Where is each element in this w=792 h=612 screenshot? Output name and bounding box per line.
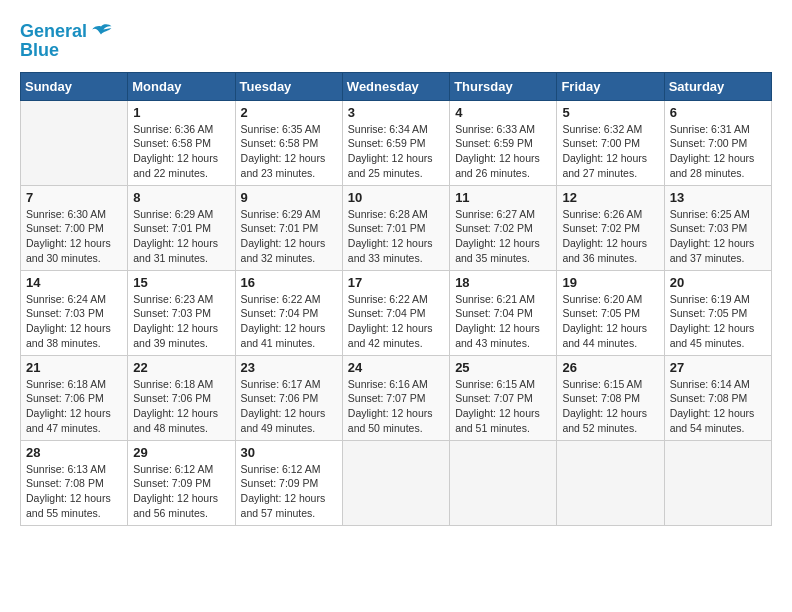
column-header-monday: Monday: [128, 72, 235, 100]
day-info: Sunrise: 6:31 AM Sunset: 7:00 PM Dayligh…: [670, 122, 766, 181]
day-info: Sunrise: 6:23 AM Sunset: 7:03 PM Dayligh…: [133, 292, 229, 351]
calendar-week-row: 7Sunrise: 6:30 AM Sunset: 7:00 PM Daylig…: [21, 185, 772, 270]
calendar-cell: 2Sunrise: 6:35 AM Sunset: 6:58 PM Daylig…: [235, 100, 342, 185]
calendar-cell: 7Sunrise: 6:30 AM Sunset: 7:00 PM Daylig…: [21, 185, 128, 270]
calendar-cell: 9Sunrise: 6:29 AM Sunset: 7:01 PM Daylig…: [235, 185, 342, 270]
day-number: 21: [26, 360, 122, 375]
column-header-tuesday: Tuesday: [235, 72, 342, 100]
day-number: 20: [670, 275, 766, 290]
day-info: Sunrise: 6:32 AM Sunset: 7:00 PM Dayligh…: [562, 122, 658, 181]
calendar-cell: [342, 440, 449, 525]
logo: General Blue: [20, 20, 113, 62]
calendar-cell: 17Sunrise: 6:22 AM Sunset: 7:04 PM Dayli…: [342, 270, 449, 355]
calendar-week-row: 28Sunrise: 6:13 AM Sunset: 7:08 PM Dayli…: [21, 440, 772, 525]
calendar-cell: 1Sunrise: 6:36 AM Sunset: 6:58 PM Daylig…: [128, 100, 235, 185]
day-number: 8: [133, 190, 229, 205]
column-header-sunday: Sunday: [21, 72, 128, 100]
day-info: Sunrise: 6:33 AM Sunset: 6:59 PM Dayligh…: [455, 122, 551, 181]
day-number: 25: [455, 360, 551, 375]
calendar-cell: [664, 440, 771, 525]
day-info: Sunrise: 6:12 AM Sunset: 7:09 PM Dayligh…: [133, 462, 229, 521]
day-info: Sunrise: 6:22 AM Sunset: 7:04 PM Dayligh…: [348, 292, 444, 351]
calendar-cell: 15Sunrise: 6:23 AM Sunset: 7:03 PM Dayli…: [128, 270, 235, 355]
day-info: Sunrise: 6:18 AM Sunset: 7:06 PM Dayligh…: [26, 377, 122, 436]
calendar-cell: 10Sunrise: 6:28 AM Sunset: 7:01 PM Dayli…: [342, 185, 449, 270]
calendar-cell: 13Sunrise: 6:25 AM Sunset: 7:03 PM Dayli…: [664, 185, 771, 270]
day-number: 3: [348, 105, 444, 120]
day-info: Sunrise: 6:25 AM Sunset: 7:03 PM Dayligh…: [670, 207, 766, 266]
calendar-cell: [557, 440, 664, 525]
calendar-cell: 25Sunrise: 6:15 AM Sunset: 7:07 PM Dayli…: [450, 355, 557, 440]
calendar-cell: 18Sunrise: 6:21 AM Sunset: 7:04 PM Dayli…: [450, 270, 557, 355]
day-info: Sunrise: 6:17 AM Sunset: 7:06 PM Dayligh…: [241, 377, 337, 436]
day-number: 12: [562, 190, 658, 205]
day-number: 4: [455, 105, 551, 120]
day-info: Sunrise: 6:15 AM Sunset: 7:07 PM Dayligh…: [455, 377, 551, 436]
calendar-cell: 22Sunrise: 6:18 AM Sunset: 7:06 PM Dayli…: [128, 355, 235, 440]
day-number: 13: [670, 190, 766, 205]
calendar-cell: 12Sunrise: 6:26 AM Sunset: 7:02 PM Dayli…: [557, 185, 664, 270]
calendar-cell: 14Sunrise: 6:24 AM Sunset: 7:03 PM Dayli…: [21, 270, 128, 355]
calendar-cell: 29Sunrise: 6:12 AM Sunset: 7:09 PM Dayli…: [128, 440, 235, 525]
calendar-cell: 30Sunrise: 6:12 AM Sunset: 7:09 PM Dayli…: [235, 440, 342, 525]
day-info: Sunrise: 6:19 AM Sunset: 7:05 PM Dayligh…: [670, 292, 766, 351]
day-number: 24: [348, 360, 444, 375]
day-info: Sunrise: 6:35 AM Sunset: 6:58 PM Dayligh…: [241, 122, 337, 181]
calendar-cell: 24Sunrise: 6:16 AM Sunset: 7:07 PM Dayli…: [342, 355, 449, 440]
calendar-cell: 3Sunrise: 6:34 AM Sunset: 6:59 PM Daylig…: [342, 100, 449, 185]
day-info: Sunrise: 6:21 AM Sunset: 7:04 PM Dayligh…: [455, 292, 551, 351]
day-info: Sunrise: 6:20 AM Sunset: 7:05 PM Dayligh…: [562, 292, 658, 351]
column-header-thursday: Thursday: [450, 72, 557, 100]
day-number: 17: [348, 275, 444, 290]
calendar-cell: 27Sunrise: 6:14 AM Sunset: 7:08 PM Dayli…: [664, 355, 771, 440]
day-number: 10: [348, 190, 444, 205]
day-info: Sunrise: 6:16 AM Sunset: 7:07 PM Dayligh…: [348, 377, 444, 436]
column-header-saturday: Saturday: [664, 72, 771, 100]
day-number: 6: [670, 105, 766, 120]
day-info: Sunrise: 6:30 AM Sunset: 7:00 PM Dayligh…: [26, 207, 122, 266]
day-info: Sunrise: 6:12 AM Sunset: 7:09 PM Dayligh…: [241, 462, 337, 521]
day-info: Sunrise: 6:15 AM Sunset: 7:08 PM Dayligh…: [562, 377, 658, 436]
day-number: 14: [26, 275, 122, 290]
day-number: 22: [133, 360, 229, 375]
calendar-cell: 19Sunrise: 6:20 AM Sunset: 7:05 PM Dayli…: [557, 270, 664, 355]
day-number: 7: [26, 190, 122, 205]
day-number: 9: [241, 190, 337, 205]
day-number: 18: [455, 275, 551, 290]
calendar-cell: 6Sunrise: 6:31 AM Sunset: 7:00 PM Daylig…: [664, 100, 771, 185]
calendar-table: SundayMondayTuesdayWednesdayThursdayFrid…: [20, 72, 772, 526]
calendar-week-row: 21Sunrise: 6:18 AM Sunset: 7:06 PM Dayli…: [21, 355, 772, 440]
day-number: 15: [133, 275, 229, 290]
day-number: 19: [562, 275, 658, 290]
day-info: Sunrise: 6:29 AM Sunset: 7:01 PM Dayligh…: [241, 207, 337, 266]
day-info: Sunrise: 6:27 AM Sunset: 7:02 PM Dayligh…: [455, 207, 551, 266]
calendar-cell: 16Sunrise: 6:22 AM Sunset: 7:04 PM Dayli…: [235, 270, 342, 355]
day-number: 29: [133, 445, 229, 460]
day-info: Sunrise: 6:28 AM Sunset: 7:01 PM Dayligh…: [348, 207, 444, 266]
day-number: 16: [241, 275, 337, 290]
column-header-wednesday: Wednesday: [342, 72, 449, 100]
day-number: 23: [241, 360, 337, 375]
day-number: 27: [670, 360, 766, 375]
calendar-cell: 20Sunrise: 6:19 AM Sunset: 7:05 PM Dayli…: [664, 270, 771, 355]
calendar-week-row: 1Sunrise: 6:36 AM Sunset: 6:58 PM Daylig…: [21, 100, 772, 185]
day-number: 5: [562, 105, 658, 120]
day-number: 26: [562, 360, 658, 375]
calendar-cell: [450, 440, 557, 525]
calendar-cell: 21Sunrise: 6:18 AM Sunset: 7:06 PM Dayli…: [21, 355, 128, 440]
calendar-cell: 5Sunrise: 6:32 AM Sunset: 7:00 PM Daylig…: [557, 100, 664, 185]
day-info: Sunrise: 6:29 AM Sunset: 7:01 PM Dayligh…: [133, 207, 229, 266]
header: General Blue: [20, 20, 772, 62]
day-info: Sunrise: 6:36 AM Sunset: 6:58 PM Dayligh…: [133, 122, 229, 181]
day-number: 28: [26, 445, 122, 460]
day-info: Sunrise: 6:13 AM Sunset: 7:08 PM Dayligh…: [26, 462, 122, 521]
calendar-cell: 8Sunrise: 6:29 AM Sunset: 7:01 PM Daylig…: [128, 185, 235, 270]
day-info: Sunrise: 6:26 AM Sunset: 7:02 PM Dayligh…: [562, 207, 658, 266]
day-info: Sunrise: 6:24 AM Sunset: 7:03 PM Dayligh…: [26, 292, 122, 351]
day-number: 30: [241, 445, 337, 460]
calendar-header-row: SundayMondayTuesdayWednesdayThursdayFrid…: [21, 72, 772, 100]
day-info: Sunrise: 6:22 AM Sunset: 7:04 PM Dayligh…: [241, 292, 337, 351]
calendar-cell: 23Sunrise: 6:17 AM Sunset: 7:06 PM Dayli…: [235, 355, 342, 440]
calendar-cell: 4Sunrise: 6:33 AM Sunset: 6:59 PM Daylig…: [450, 100, 557, 185]
column-header-friday: Friday: [557, 72, 664, 100]
